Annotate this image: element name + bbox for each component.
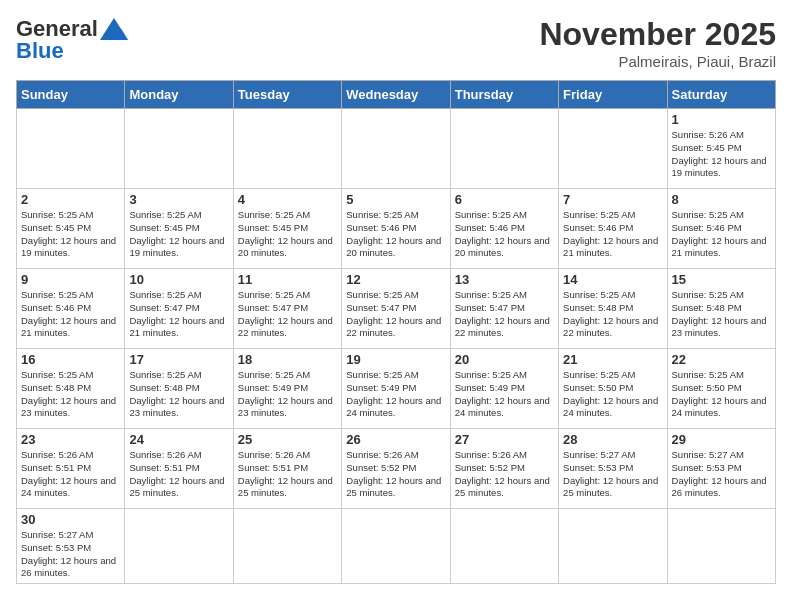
calendar: SundayMondayTuesdayWednesdayThursdayFrid…: [16, 80, 776, 584]
calendar-cell: 11Sunrise: 5:25 AM Sunset: 5:47 PM Dayli…: [233, 269, 341, 349]
day-number: 6: [455, 192, 554, 207]
day-header-thursday: Thursday: [450, 81, 558, 109]
calendar-cell: 22Sunrise: 5:25 AM Sunset: 5:50 PM Dayli…: [667, 349, 775, 429]
day-number: 27: [455, 432, 554, 447]
title-block: November 2025 Palmeirais, Piaui, Brazil: [539, 16, 776, 70]
day-number: 1: [672, 112, 771, 127]
calendar-cell: [125, 109, 233, 189]
day-info: Sunrise: 5:26 AM Sunset: 5:52 PM Dayligh…: [346, 449, 445, 500]
day-info: Sunrise: 5:25 AM Sunset: 5:47 PM Dayligh…: [129, 289, 228, 340]
calendar-cell: 8Sunrise: 5:25 AM Sunset: 5:46 PM Daylig…: [667, 189, 775, 269]
day-info: Sunrise: 5:25 AM Sunset: 5:45 PM Dayligh…: [238, 209, 337, 260]
day-info: Sunrise: 5:26 AM Sunset: 5:52 PM Dayligh…: [455, 449, 554, 500]
day-number: 23: [21, 432, 120, 447]
calendar-cell: 1Sunrise: 5:26 AM Sunset: 5:45 PM Daylig…: [667, 109, 775, 189]
day-number: 14: [563, 272, 662, 287]
day-header-monday: Monday: [125, 81, 233, 109]
calendar-cell: [667, 509, 775, 584]
calendar-cell: 19Sunrise: 5:25 AM Sunset: 5:49 PM Dayli…: [342, 349, 450, 429]
calendar-cell: 18Sunrise: 5:25 AM Sunset: 5:49 PM Dayli…: [233, 349, 341, 429]
calendar-cell: 2Sunrise: 5:25 AM Sunset: 5:45 PM Daylig…: [17, 189, 125, 269]
calendar-cell: 24Sunrise: 5:26 AM Sunset: 5:51 PM Dayli…: [125, 429, 233, 509]
day-info: Sunrise: 5:25 AM Sunset: 5:47 PM Dayligh…: [238, 289, 337, 340]
day-header-tuesday: Tuesday: [233, 81, 341, 109]
calendar-cell: 15Sunrise: 5:25 AM Sunset: 5:48 PM Dayli…: [667, 269, 775, 349]
calendar-cell: [233, 109, 341, 189]
day-number: 7: [563, 192, 662, 207]
calendar-cell: [559, 109, 667, 189]
logo-icon: [100, 18, 128, 40]
calendar-cell: 17Sunrise: 5:25 AM Sunset: 5:48 PM Dayli…: [125, 349, 233, 429]
calendar-cell: 29Sunrise: 5:27 AM Sunset: 5:53 PM Dayli…: [667, 429, 775, 509]
day-number: 2: [21, 192, 120, 207]
day-number: 17: [129, 352, 228, 367]
day-info: Sunrise: 5:26 AM Sunset: 5:45 PM Dayligh…: [672, 129, 771, 180]
calendar-cell: [450, 509, 558, 584]
calendar-cell: 7Sunrise: 5:25 AM Sunset: 5:46 PM Daylig…: [559, 189, 667, 269]
day-info: Sunrise: 5:25 AM Sunset: 5:47 PM Dayligh…: [455, 289, 554, 340]
day-info: Sunrise: 5:25 AM Sunset: 5:50 PM Dayligh…: [563, 369, 662, 420]
calendar-cell: 13Sunrise: 5:25 AM Sunset: 5:47 PM Dayli…: [450, 269, 558, 349]
day-number: 11: [238, 272, 337, 287]
day-number: 21: [563, 352, 662, 367]
day-number: 20: [455, 352, 554, 367]
day-number: 13: [455, 272, 554, 287]
month-title: November 2025: [539, 16, 776, 53]
day-info: Sunrise: 5:27 AM Sunset: 5:53 PM Dayligh…: [563, 449, 662, 500]
calendar-cell: 28Sunrise: 5:27 AM Sunset: 5:53 PM Dayli…: [559, 429, 667, 509]
day-number: 24: [129, 432, 228, 447]
day-number: 28: [563, 432, 662, 447]
logo: General Blue: [16, 16, 128, 64]
calendar-cell: 20Sunrise: 5:25 AM Sunset: 5:49 PM Dayli…: [450, 349, 558, 429]
day-number: 5: [346, 192, 445, 207]
day-header-sunday: Sunday: [17, 81, 125, 109]
day-number: 4: [238, 192, 337, 207]
day-info: Sunrise: 5:25 AM Sunset: 5:50 PM Dayligh…: [672, 369, 771, 420]
day-info: Sunrise: 5:26 AM Sunset: 5:51 PM Dayligh…: [21, 449, 120, 500]
day-number: 9: [21, 272, 120, 287]
location: Palmeirais, Piaui, Brazil: [539, 53, 776, 70]
page-header: General Blue November 2025 Palmeirais, P…: [16, 16, 776, 70]
day-info: Sunrise: 5:25 AM Sunset: 5:49 PM Dayligh…: [455, 369, 554, 420]
calendar-cell: 10Sunrise: 5:25 AM Sunset: 5:47 PM Dayli…: [125, 269, 233, 349]
day-info: Sunrise: 5:25 AM Sunset: 5:45 PM Dayligh…: [129, 209, 228, 260]
calendar-cell: [342, 109, 450, 189]
day-number: 15: [672, 272, 771, 287]
calendar-cell: [559, 509, 667, 584]
day-header-wednesday: Wednesday: [342, 81, 450, 109]
day-number: 3: [129, 192, 228, 207]
day-info: Sunrise: 5:27 AM Sunset: 5:53 PM Dayligh…: [21, 529, 120, 580]
calendar-cell: [342, 509, 450, 584]
calendar-cell: 12Sunrise: 5:25 AM Sunset: 5:47 PM Dayli…: [342, 269, 450, 349]
calendar-cell: [233, 509, 341, 584]
day-info: Sunrise: 5:26 AM Sunset: 5:51 PM Dayligh…: [238, 449, 337, 500]
day-info: Sunrise: 5:25 AM Sunset: 5:46 PM Dayligh…: [563, 209, 662, 260]
calendar-cell: 5Sunrise: 5:25 AM Sunset: 5:46 PM Daylig…: [342, 189, 450, 269]
day-header-saturday: Saturday: [667, 81, 775, 109]
day-number: 18: [238, 352, 337, 367]
calendar-cell: 27Sunrise: 5:26 AM Sunset: 5:52 PM Dayli…: [450, 429, 558, 509]
day-number: 10: [129, 272, 228, 287]
day-info: Sunrise: 5:25 AM Sunset: 5:48 PM Dayligh…: [672, 289, 771, 340]
day-number: 30: [21, 512, 120, 527]
day-info: Sunrise: 5:26 AM Sunset: 5:51 PM Dayligh…: [129, 449, 228, 500]
day-info: Sunrise: 5:25 AM Sunset: 5:46 PM Dayligh…: [455, 209, 554, 260]
day-number: 16: [21, 352, 120, 367]
calendar-cell: 30Sunrise: 5:27 AM Sunset: 5:53 PM Dayli…: [17, 509, 125, 584]
calendar-cell: 23Sunrise: 5:26 AM Sunset: 5:51 PM Dayli…: [17, 429, 125, 509]
calendar-cell: 4Sunrise: 5:25 AM Sunset: 5:45 PM Daylig…: [233, 189, 341, 269]
calendar-cell: 6Sunrise: 5:25 AM Sunset: 5:46 PM Daylig…: [450, 189, 558, 269]
logo-blue-text: Blue: [16, 38, 64, 64]
day-header-friday: Friday: [559, 81, 667, 109]
calendar-cell: 14Sunrise: 5:25 AM Sunset: 5:48 PM Dayli…: [559, 269, 667, 349]
day-info: Sunrise: 5:25 AM Sunset: 5:47 PM Dayligh…: [346, 289, 445, 340]
day-info: Sunrise: 5:25 AM Sunset: 5:46 PM Dayligh…: [21, 289, 120, 340]
calendar-cell: 25Sunrise: 5:26 AM Sunset: 5:51 PM Dayli…: [233, 429, 341, 509]
calendar-cell: 9Sunrise: 5:25 AM Sunset: 5:46 PM Daylig…: [17, 269, 125, 349]
day-info: Sunrise: 5:25 AM Sunset: 5:46 PM Dayligh…: [672, 209, 771, 260]
day-info: Sunrise: 5:25 AM Sunset: 5:48 PM Dayligh…: [563, 289, 662, 340]
day-number: 8: [672, 192, 771, 207]
day-number: 25: [238, 432, 337, 447]
day-info: Sunrise: 5:25 AM Sunset: 5:48 PM Dayligh…: [21, 369, 120, 420]
day-info: Sunrise: 5:25 AM Sunset: 5:45 PM Dayligh…: [21, 209, 120, 260]
